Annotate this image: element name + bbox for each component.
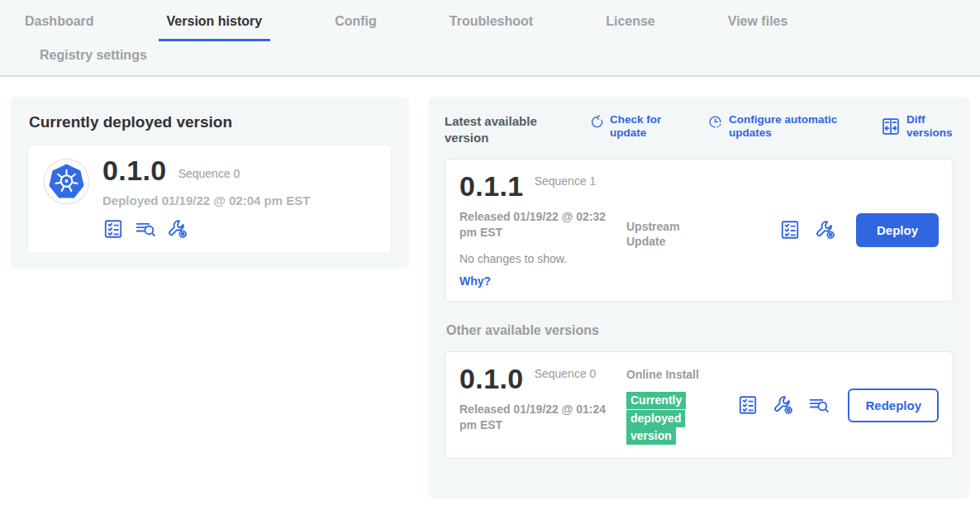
edit-config-icon[interactable] [167,218,188,240]
preflight-checks-icon[interactable] [779,219,801,241]
auto-update-icon [707,114,723,130]
other-version-details: 0.1.0 Sequence 0 Released 01/19/22 @ 01:… [459,365,626,446]
no-changes-note: No changes to show. [459,252,626,265]
currently-deployed-badge-box: Currently deployed version [626,392,686,446]
latest-version-details: 0.1.1 Sequence 1 Released 01/19/22 @ 02:… [459,172,626,288]
check-for-update-link[interactable]: Check for update [588,113,671,140]
check-for-update-label: Check for update [610,113,671,140]
edit-config-icon[interactable] [815,219,836,241]
latest-version-source: Upstream Update [626,219,709,288]
configure-automatic-updates-link[interactable]: Configure automatic updates [707,113,844,140]
currently-deployed-title: Currently deployed version [29,113,390,131]
deployed-version-card: 0.1.0 Sequence 0 Deployed 01/19/22 @ 02:… [27,145,392,254]
deploy-button[interactable]: Deploy [856,213,939,247]
other-version-buttons: Redeploy [737,388,939,422]
top-navigation: Dashboard Version history Config Trouble… [0,0,980,77]
currently-deployed-panel: Currently deployed version [10,97,409,269]
other-version-card: 0.1.0 Sequence 0 Released 01/19/22 @ 01:… [445,351,954,459]
latest-version-header: Latest available version Check for updat… [445,113,954,145]
latest-version-buttons: Deploy [779,213,939,247]
tab-registry-settings[interactable]: Registry settings [31,48,924,63]
diff-versions-link[interactable]: Diff versions [881,113,954,140]
tab-troubleshoot[interactable]: Troubleshoot [441,14,541,41]
deployed-sequence-label: Sequence 0 [178,167,240,180]
tab-view-files[interactable]: View files [720,14,797,41]
deploy-logs-icon[interactable] [808,394,830,416]
why-link[interactable]: Why? [459,274,491,288]
deploy-logs-icon[interactable] [135,218,156,240]
diff-versions-label: Diff versions [906,113,954,140]
tab-config[interactable]: Config [326,14,385,41]
main-content: Currently deployed version [0,77,980,498]
currently-deployed-badge: Currently deployed version [626,392,686,445]
deployed-version-details: 0.1.0 Sequence 0 Deployed 01/19/22 @ 02:… [102,156,310,240]
kubernetes-logo-icon [43,158,90,205]
version-history-panel: Latest available version Check for updat… [428,97,970,498]
tab-license[interactable]: License [597,14,664,41]
latest-sequence-label: Sequence 1 [535,174,597,188]
other-versions-title: Other available versions [446,323,954,338]
deployed-timestamp: Deployed 01/19/22 @ 02:04 pm EST [102,193,310,207]
configure-automatic-updates-label: Configure automatic updates [729,113,844,140]
edit-config-icon[interactable] [773,394,794,416]
latest-version-card: 0.1.1 Sequence 1 Released 01/19/22 @ 02:… [445,159,954,302]
nav-row-primary: Dashboard Version history Config Trouble… [0,14,980,41]
latest-version-title: Latest available version [445,113,560,145]
other-released-timestamp: Released 01/19/22 @ 01:24 pm EST [459,402,608,434]
other-sequence-label: Sequence 0 [535,367,597,381]
deployed-version-number: 0.1.0 [102,156,167,186]
other-version-source: Online Install [626,367,709,382]
nav-row-secondary: Registry settings [0,41,980,75]
preflight-checks-icon[interactable] [102,218,124,240]
latest-released-timestamp: Released 01/19/22 @ 02:32 pm EST [459,209,608,241]
latest-version-actions: Check for update Configure automatic upd… [588,113,954,140]
tab-version-history[interactable]: Version history [159,14,271,41]
tab-dashboard[interactable]: Dashboard [17,14,102,41]
deployed-action-icons [102,218,310,240]
latest-version-number: 0.1.1 [459,172,524,202]
preflight-checks-icon[interactable] [737,394,759,416]
redeploy-button[interactable]: Redeploy [848,388,939,422]
other-version-number: 0.1.0 [459,365,524,394]
other-version-source-block: Online Install Currently deployed versio… [626,367,709,446]
diff-versions-icon [881,117,901,136]
check-update-icon [588,114,604,130]
